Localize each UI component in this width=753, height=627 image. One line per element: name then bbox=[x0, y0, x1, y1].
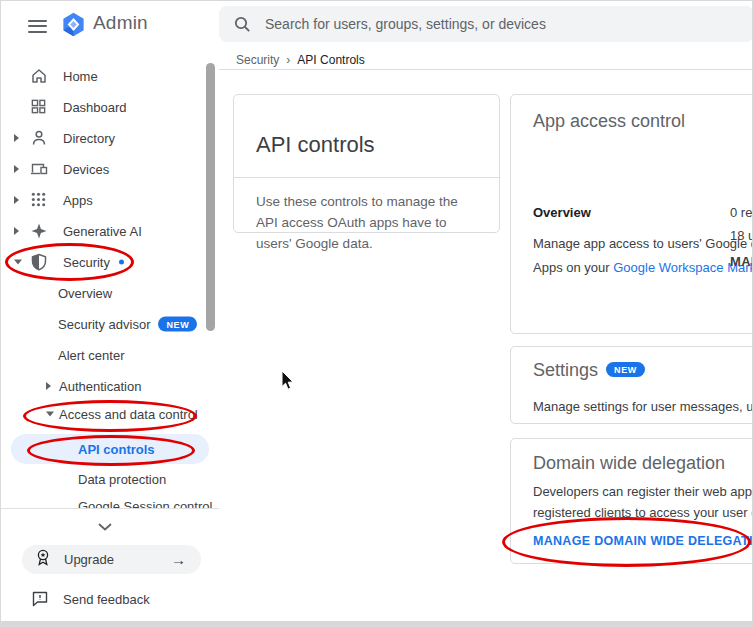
new-badge: NEW bbox=[158, 317, 197, 332]
search-icon bbox=[233, 15, 251, 33]
card-description: Use these controls to manage the API acc… bbox=[234, 178, 499, 254]
top-bar: Admin bbox=[1, 1, 753, 49]
card-text-line: Manage app access to users' Google data.… bbox=[533, 236, 753, 251]
overview-label: Overview bbox=[533, 205, 591, 220]
breadcrumb: Security›API Controls bbox=[236, 53, 365, 67]
unrestricted-count: 18 unrestricted bbox=[730, 228, 753, 243]
sidebar-scrollbar[interactable] bbox=[206, 63, 215, 331]
card-text-line: Developers can register their web applic… bbox=[533, 484, 753, 499]
sidebar-item-label: API controls bbox=[78, 442, 155, 457]
sidebar-item-apps[interactable]: Apps bbox=[1, 185, 219, 215]
sidebar-item-label: Security bbox=[63, 255, 124, 270]
card-text-line: Apps on your Google Workspace Marketplac… bbox=[533, 260, 753, 275]
award-badge-icon bbox=[35, 549, 51, 571]
sidebar-item-security[interactable]: Security bbox=[1, 247, 219, 277]
sidebar-item-label: Access and data control bbox=[59, 407, 198, 422]
manage-app-access-link[interactable]: MANAGE bbox=[730, 254, 753, 269]
sidebar-item-data-protection[interactable]: Data protection bbox=[1, 464, 219, 494]
search-input[interactable] bbox=[265, 16, 705, 32]
admin-console-window: Admin Security›API Controls Home Dashboa… bbox=[0, 0, 753, 627]
collapse-arrow-icon[interactable] bbox=[14, 260, 22, 265]
manage-domain-wide-delegation-link[interactable]: MANAGE DOMAIN WIDE DELEGATION bbox=[533, 534, 753, 548]
mouse-cursor bbox=[281, 371, 295, 395]
sidebar-item-label: Overview bbox=[58, 286, 112, 301]
sidebar-item-authentication[interactable]: Authentication bbox=[1, 371, 219, 401]
card-title: Domain wide delegation bbox=[533, 453, 725, 474]
notification-dot bbox=[119, 260, 124, 265]
sidebar-item-label: Apps bbox=[63, 193, 93, 208]
shield-icon bbox=[30, 253, 48, 271]
sidebar-item-directory[interactable]: Directory bbox=[1, 123, 219, 153]
sidebar-item-label: Security advisorNEW bbox=[58, 317, 197, 332]
horizontal-scrollbar[interactable] bbox=[1, 621, 753, 627]
apps-grid-icon bbox=[30, 191, 48, 209]
expand-arrow-icon[interactable] bbox=[46, 382, 51, 390]
sidebar-item-label: Authentication bbox=[59, 379, 141, 394]
domain-wide-delegation-card: Domain wide delegation Developers can re… bbox=[510, 438, 753, 564]
sidebar-item-alert-center[interactable]: Alert center bbox=[1, 340, 219, 370]
expand-arrow-icon[interactable] bbox=[14, 165, 19, 173]
card-title: App access control bbox=[533, 111, 685, 132]
devices-icon bbox=[30, 160, 48, 178]
home-icon bbox=[30, 67, 48, 85]
sidebar-item-home[interactable]: Home bbox=[1, 61, 219, 91]
sidebar-item-label: Alert center bbox=[58, 348, 124, 363]
chevron-down-icon[interactable] bbox=[98, 517, 112, 535]
send-feedback-label: Send feedback bbox=[63, 592, 150, 607]
send-feedback-button[interactable]: Send feedback bbox=[1, 587, 219, 613]
sparkle-icon bbox=[30, 222, 48, 240]
upgrade-button[interactable]: Upgrade → bbox=[22, 545, 201, 574]
sidebar-item-dashboard[interactable]: Dashboard bbox=[1, 92, 219, 122]
sidebar-item-api-controls[interactable]: API controls bbox=[1, 434, 219, 464]
sidebar-item-overview[interactable]: Overview bbox=[1, 278, 219, 308]
app-access-control-card: App access control Manage app access to … bbox=[510, 94, 753, 334]
search-bar[interactable] bbox=[219, 6, 753, 42]
expand-arrow-icon[interactable] bbox=[14, 196, 19, 204]
sidebar-item-access-and-data-control[interactable]: Access and data control bbox=[1, 399, 219, 429]
card-title: SettingsNEW bbox=[533, 360, 645, 381]
api-controls-card: API controls Use these controls to manag… bbox=[233, 94, 500, 233]
sidebar-item-label: Generative AI bbox=[63, 224, 142, 239]
dashboard-icon bbox=[30, 98, 48, 116]
sidebar-item-label: Devices bbox=[63, 162, 109, 177]
breadcrumb-section[interactable]: Security bbox=[236, 53, 279, 67]
card-text-line: Manage settings for user messages, uncon… bbox=[533, 399, 753, 414]
sidebar-item-generative-ai[interactable]: Generative AI bbox=[1, 216, 219, 246]
card-title: API controls bbox=[256, 132, 375, 157]
sidebar-item-label: Directory bbox=[63, 131, 115, 146]
sidebar-nav: Home Dashboard Directory Devices bbox=[1, 49, 219, 509]
app-title: Admin bbox=[93, 12, 148, 34]
breadcrumb-page: API Controls bbox=[297, 53, 364, 67]
sidebar-item-label: Google Session control bbox=[78, 499, 212, 510]
sidebar-item-label: Dashboard bbox=[63, 100, 127, 115]
sidebar-item-label: Data protection bbox=[78, 472, 166, 487]
upgrade-label: Upgrade bbox=[64, 552, 114, 567]
arrow-right-icon: → bbox=[171, 551, 186, 568]
sidebar-item-devices[interactable]: Devices bbox=[1, 154, 219, 184]
menu-icon[interactable] bbox=[28, 16, 47, 33]
sidebar-item-security-advisor[interactable]: Security advisorNEW bbox=[1, 309, 219, 339]
breadcrumb-separator: › bbox=[286, 53, 290, 67]
collapse-arrow-icon[interactable] bbox=[46, 412, 54, 417]
expand-arrow-icon[interactable] bbox=[14, 227, 19, 235]
google-admin-logo-icon bbox=[60, 11, 87, 42]
feedback-bubble-icon bbox=[31, 590, 49, 612]
expand-arrow-icon[interactable] bbox=[14, 134, 19, 142]
sidebar-item-label: Home bbox=[63, 69, 98, 84]
sidebar-item-google-session-control[interactable]: Google Session control bbox=[1, 491, 219, 509]
restricted-count: 0 restricted bbox=[730, 205, 753, 220]
card-text-line: registered clients to access your user d… bbox=[533, 505, 753, 520]
breadcrumb-divider bbox=[219, 69, 753, 70]
person-icon bbox=[30, 129, 48, 147]
new-badge: NEW bbox=[606, 362, 645, 377]
settings-card: SettingsNEW Manage settings for user mes… bbox=[510, 346, 753, 424]
